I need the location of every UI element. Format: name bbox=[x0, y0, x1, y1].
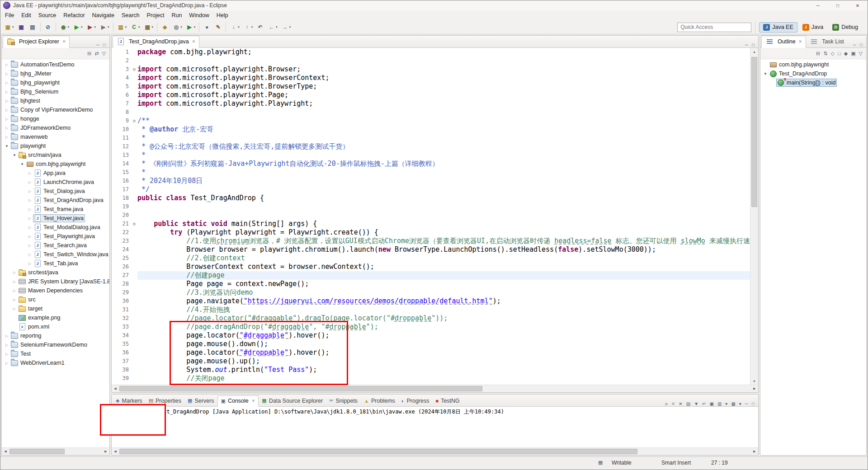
code-line[interactable]: 29 //3.浏览器访问demo bbox=[112, 288, 750, 297]
tab-problems[interactable]: ▲Problems bbox=[361, 396, 398, 406]
previous-annotation-button[interactable]: ↑▾ bbox=[242, 22, 255, 33]
tree-item-test-tab-java[interactable]: ▷Test_Tab.java bbox=[2, 259, 109, 268]
tree-arrow-icon[interactable]: ▷ bbox=[11, 280, 18, 284]
terminate-icon[interactable]: ■ bbox=[665, 401, 668, 406]
tree-arrow-icon[interactable]: ▷ bbox=[27, 198, 33, 202]
tree-item-pom-xml[interactable]: pom.xml bbox=[2, 322, 109, 331]
tab-properties[interactable]: ▤Properties bbox=[146, 396, 184, 406]
tree-item-bjhg-jmeter[interactable]: ▷bjhg_JMeter bbox=[2, 69, 109, 78]
code-line[interactable]: 37 page.mouse().up(); bbox=[112, 357, 750, 366]
code-line[interactable]: 21⊖ public static void main(String[] arg… bbox=[112, 220, 750, 228]
tree-arrow-icon[interactable]: ▷ bbox=[4, 81, 10, 85]
code-line[interactable]: 7import com.microsoft.playwright.Playwri… bbox=[112, 99, 750, 108]
minimize-view-icon[interactable]: ─ bbox=[745, 42, 748, 47]
code-line[interactable]: 2 bbox=[112, 56, 750, 65]
console-output[interactable]: <terminated> Test_DragAndDrop [Java Appl… bbox=[112, 407, 758, 447]
maximize-view-icon[interactable]: □ bbox=[103, 42, 106, 47]
tree-arrow-icon[interactable]: ▷ bbox=[4, 352, 10, 356]
tree-item-app-java[interactable]: ▷App.java bbox=[2, 169, 109, 178]
show-annotations-button[interactable]: ✎ bbox=[213, 22, 223, 33]
minimize-view-icon[interactable]: ─ bbox=[745, 401, 748, 406]
code-line[interactable]: 4import com.microsoft.playwright.Browser… bbox=[112, 74, 750, 82]
tree-arrow-icon[interactable]: ▷ bbox=[27, 171, 33, 175]
code-line[interactable]: 39 //关闭page bbox=[112, 374, 750, 383]
scroll-lock-icon[interactable]: ▼ bbox=[694, 401, 698, 406]
tab-servers[interactable]: ▦Servers bbox=[184, 396, 217, 406]
menu-window[interactable]: Window bbox=[185, 11, 212, 19]
tree-item-test-dialog-java[interactable]: ▷Test_Dialog.java bbox=[2, 187, 109, 196]
code-line[interactable]: 16 * 2024年10月08日 bbox=[112, 177, 750, 185]
tree-item-jdframeworkdemo[interactable]: ▷JDFrameworkDemo bbox=[2, 123, 109, 132]
scrollbar-thumb[interactable] bbox=[9, 449, 65, 454]
last-edit-location-button[interactable]: ↶ bbox=[255, 22, 265, 33]
code-line[interactable]: 8 bbox=[112, 108, 750, 117]
menu-source[interactable]: Source bbox=[35, 11, 60, 19]
run-button[interactable]: ▶▾ bbox=[71, 22, 84, 33]
tree-arrow-icon[interactable]: ▷ bbox=[27, 189, 33, 193]
scrollbar-thumb[interactable] bbox=[751, 57, 757, 207]
hide-non-public-icon[interactable]: ◆ bbox=[844, 51, 848, 56]
tree-item-src-test-java[interactable]: ▷src/test/java bbox=[2, 268, 109, 277]
search-button[interactable]: ◎▾ bbox=[171, 22, 184, 33]
maximize-button[interactable]: □ bbox=[828, 0, 848, 10]
tree-item-src[interactable]: ▷src bbox=[2, 295, 109, 304]
tree-arrow-icon[interactable]: ▷ bbox=[27, 235, 33, 239]
menu-search[interactable]: Search bbox=[118, 11, 143, 19]
scroll-left-icon[interactable]: ◀ bbox=[112, 450, 119, 453]
code-line[interactable]: 6import com.microsoft.playwright.Page; bbox=[112, 91, 750, 99]
code-line[interactable]: 20 bbox=[112, 211, 750, 220]
project-explorer-hscrollbar[interactable]: ◀ ▶ bbox=[2, 447, 109, 455]
code-area[interactable]: 1package com.bjhg.playwright;23⊖import c… bbox=[112, 48, 750, 385]
tree-item-bjhg-playwright[interactable]: ▷bjhg_playwright bbox=[2, 78, 109, 87]
maximize-view-icon[interactable]: □ bbox=[752, 42, 755, 47]
fold-marker-icon[interactable]: ⊖ bbox=[131, 117, 137, 125]
code-line[interactable]: 14 * 《刚刚问世》系列初窥篇-Java+Playwright自动化测试-20… bbox=[112, 160, 750, 168]
code-line[interactable]: 10 * @author 北京-宏哥 bbox=[112, 125, 750, 134]
tree-item-test-draganddrop[interactable]: ▼Test_DragAndDrop bbox=[760, 69, 866, 78]
collapse-all-icon[interactable]: ⊟ bbox=[87, 51, 91, 56]
menu-project[interactable]: Project bbox=[143, 11, 168, 19]
console-hscrollbar[interactable]: ◀ ▶ bbox=[112, 447, 758, 455]
code-line[interactable]: 17 */ bbox=[112, 185, 750, 194]
tree-item-maven-dependencies[interactable]: ▷Maven Dependencies bbox=[2, 286, 109, 295]
tree-item-test[interactable]: ▷Test bbox=[2, 349, 109, 358]
tree-item-mavenweb[interactable]: ▷mavenweb bbox=[2, 132, 109, 141]
code-line[interactable]: 9⊖/** bbox=[112, 117, 750, 125]
fold-marker-icon[interactable]: ⊖ bbox=[131, 65, 137, 74]
tree-item-com-bjhg-playwright[interactable]: ▼com.bjhg.playwright bbox=[2, 160, 109, 169]
code-line[interactable]: 38 System.out.println("Test Pass"); bbox=[112, 366, 750, 374]
editor-vertical-scrollbar[interactable]: ▲ ▼ bbox=[750, 48, 758, 385]
scrollbar-thumb[interactable] bbox=[119, 449, 637, 454]
tree-arrow-icon[interactable]: ▷ bbox=[4, 99, 10, 103]
debug-button[interactable]: ◉▾ bbox=[58, 22, 71, 33]
tree-item-automationtestdemo[interactable]: ▷AutomationTestDemo bbox=[2, 60, 109, 69]
code-line[interactable]: 5import com.microsoft.playwright.Browser… bbox=[112, 82, 750, 91]
tab-testng[interactable]: ■TestNG bbox=[433, 396, 463, 406]
tree-item-main-string-void[interactable]: main(String[]) : void bbox=[760, 78, 866, 87]
editor-horizontal-scrollbar[interactable]: ◀ ▶ bbox=[112, 385, 758, 392]
tree-item-jre-system-library-javase-1-8[interactable]: ▷JRE System Library [JavaSE-1.8] bbox=[2, 277, 109, 286]
code-line[interactable]: 19 bbox=[112, 202, 750, 211]
code-line[interactable]: 11 * bbox=[112, 134, 750, 142]
tree-arrow-icon[interactable]: ▷ bbox=[4, 63, 10, 67]
tree-item-test-draganddrop-java[interactable]: ▷Test_DragAndDrop.java bbox=[2, 196, 109, 205]
code-line[interactable]: 31 //4.开始拖拽 bbox=[112, 306, 750, 314]
profile-button[interactable]: ▶▾ bbox=[98, 22, 111, 33]
maximize-view-icon[interactable]: □ bbox=[752, 401, 755, 406]
tree-arrow-icon[interactable]: ▷ bbox=[27, 226, 33, 230]
hide-local-types-icon[interactable]: ▣ bbox=[851, 51, 855, 56]
tree-arrow-icon[interactable]: ▷ bbox=[4, 135, 10, 139]
code-line[interactable]: 27 //创建page bbox=[112, 271, 750, 280]
code-line[interactable]: 26 BrowserContext context = browser.newC… bbox=[112, 263, 750, 271]
scrollbar-thumb[interactable] bbox=[119, 386, 482, 391]
tree-item-test-search-java[interactable]: ▷Test_Search.java bbox=[2, 241, 109, 250]
code-line[interactable]: 33 //page.dragAndDrop("#draggable", "#dr… bbox=[112, 323, 750, 331]
tree-item-test-switch-window-java[interactable]: ▷Test_Switch_Window.java bbox=[2, 250, 109, 259]
tree-item-bjhgtest[interactable]: ▷bjhgtest bbox=[2, 96, 109, 105]
clear-console-icon[interactable]: ▤ bbox=[686, 401, 690, 406]
link-with-editor-icon[interactable]: ⇄ bbox=[94, 51, 99, 56]
new-button[interactable]: ▣▾ bbox=[3, 22, 15, 33]
tree-item-playwright[interactable]: ▼playwright bbox=[2, 141, 109, 150]
code-line[interactable]: 3⊖import com.microsoft.playwright.Browse… bbox=[112, 65, 750, 74]
code-line[interactable]: 18public class Test_DragAndDrop { bbox=[112, 194, 750, 202]
